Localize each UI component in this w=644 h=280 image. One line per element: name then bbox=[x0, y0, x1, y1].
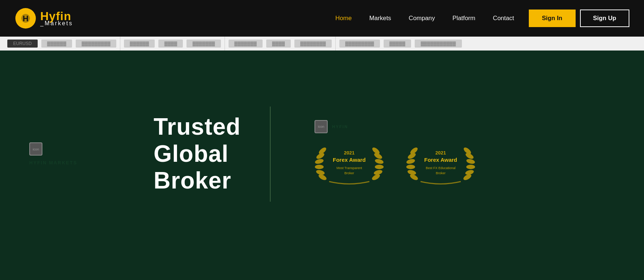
ticker-item: ▓▓▓▓▓▓ bbox=[41, 40, 72, 48]
ticker-item: ▓▓▓▓▓▓▓▓▓ bbox=[339, 40, 380, 48]
ticker-item: ▓▓▓▓▓ bbox=[384, 40, 411, 48]
hero-bg-text-right: HYFIN bbox=[332, 124, 348, 129]
svg-text:Broker: Broker bbox=[344, 171, 354, 175]
hero-divider bbox=[270, 107, 271, 202]
ticker-item: ▓▓▓▓▓▓▓ bbox=[229, 40, 263, 48]
ticker-item: ▓▓▓▓▓▓▓▓▓ bbox=[76, 40, 116, 48]
logo-area[interactable]: H Hyfin _Markets bbox=[15, 7, 73, 29]
award-item-1: 2021 Forex Award Most Transparent Broker bbox=[315, 141, 384, 188]
hero-right-top: icon HYFIN bbox=[315, 120, 475, 133]
signup-button[interactable]: Sign Up bbox=[580, 10, 629, 27]
svg-point-16 bbox=[374, 158, 384, 165]
nav-links: Home Markets Company Platform Contact bbox=[335, 15, 514, 22]
svg-point-27 bbox=[406, 165, 415, 169]
ticker-bar: EURUSD ▓▓▓▓▓▓ ▓▓▓▓▓▓▓▓▓ ▓▓▓▓▓▓ ▓▓▓▓ ▓▓▓▓… bbox=[0, 37, 644, 51]
laurel-wreath-2: 2021 Forex Award Best FX Educational Bro… bbox=[406, 141, 475, 188]
nav-platform[interactable]: Platform bbox=[452, 15, 475, 22]
ticker-item: ▓▓▓▓▓▓ bbox=[124, 40, 155, 48]
logo-icon: H bbox=[15, 7, 37, 29]
hero-right: icon HYFIN bbox=[315, 120, 475, 188]
ticker-item: EURUSD bbox=[7, 40, 38, 48]
nav-contact[interactable]: Contact bbox=[493, 15, 514, 22]
svg-point-33 bbox=[466, 165, 475, 169]
nav-company[interactable]: Company bbox=[409, 15, 435, 22]
hero-title-block: Trusted Global Broker bbox=[154, 113, 241, 194]
navbar: H Hyfin _Markets Home Markets Company Pl… bbox=[0, 0, 644, 37]
svg-text:2021: 2021 bbox=[344, 150, 355, 156]
svg-text:H: H bbox=[23, 14, 29, 23]
svg-point-32 bbox=[466, 158, 475, 165]
ticker-item: ▓▓▓▓▓▓▓▓▓▓▓ bbox=[415, 40, 462, 48]
svg-point-26 bbox=[406, 158, 415, 165]
svg-text:Best FX Educational: Best FX Educational bbox=[426, 166, 456, 170]
svg-text:Forex Award: Forex Award bbox=[333, 157, 366, 163]
ticker-item: ▓▓▓▓▓▓▓▓ bbox=[294, 40, 332, 48]
hero-left: icon HYFIN MARKETS bbox=[29, 142, 146, 165]
logo-text: Hyfin _Markets bbox=[40, 10, 73, 26]
nav-markets[interactable]: Markets bbox=[369, 15, 391, 22]
hero-section: H H H icon HYFIN MARKETS Trusted Global bbox=[0, 51, 644, 257]
svg-text:Broker: Broker bbox=[436, 171, 446, 175]
hero-content: icon HYFIN MARKETS Trusted Global Broker… bbox=[29, 107, 615, 202]
svg-text:Most Transparent: Most Transparent bbox=[336, 166, 362, 170]
ticker-item: ▓▓▓▓ bbox=[158, 40, 183, 48]
hero-bg-text-left: HYFIN MARKETS bbox=[29, 160, 77, 165]
svg-text:Forex Award: Forex Award bbox=[424, 157, 457, 163]
hero-icon-left: icon bbox=[29, 142, 42, 156]
award-item-2: 2021 Forex Award Best FX Educational Bro… bbox=[406, 141, 475, 188]
laurel-wreath-1: 2021 Forex Award Most Transparent Broker bbox=[315, 141, 384, 188]
awards-area: 2021 Forex Award Most Transparent Broker bbox=[315, 141, 475, 188]
nav-home[interactable]: Home bbox=[335, 15, 352, 22]
hero-title: Trusted Global Broker bbox=[154, 113, 241, 194]
logo-sub: _Markets bbox=[40, 20, 73, 26]
svg-point-10 bbox=[315, 158, 324, 165]
ticker-item: ▓▓▓▓ bbox=[266, 40, 291, 48]
signin-button[interactable]: Sign In bbox=[529, 10, 576, 27]
svg-text:2021: 2021 bbox=[436, 150, 446, 156]
hero-icon-right: icon bbox=[315, 120, 328, 133]
ticker-item: ▓▓▓▓▓▓▓ bbox=[187, 40, 221, 48]
svg-point-17 bbox=[375, 165, 384, 169]
svg-point-11 bbox=[315, 165, 324, 169]
